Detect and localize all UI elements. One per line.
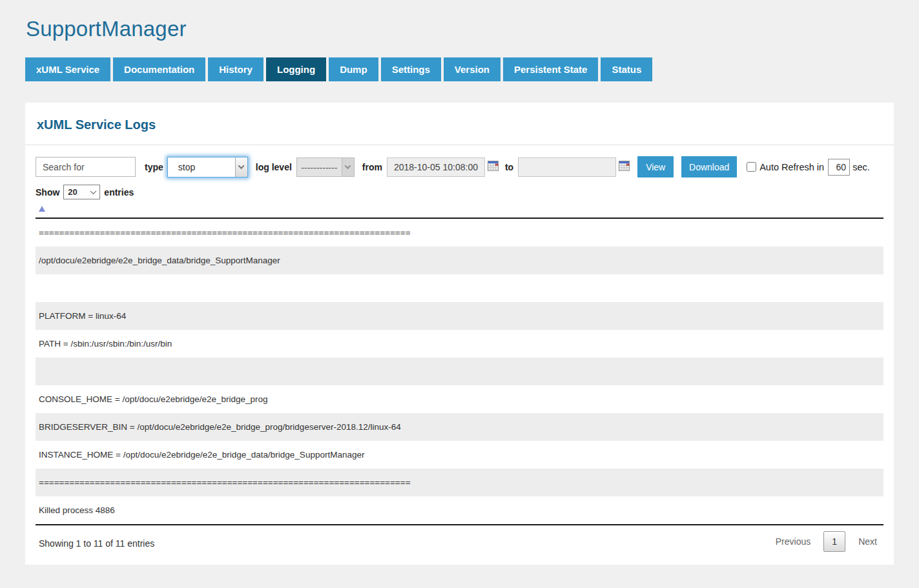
log-level-select[interactable]: ------------ [296, 157, 355, 177]
tab-dump[interactable]: Dump [329, 57, 378, 81]
entries-select-value: 20 [64, 185, 87, 199]
table-row: CONSOLE_HOME = /opt/docu/e2ebridge/e2e_b… [36, 385, 883, 413]
tab-version[interactable]: Version [444, 57, 501, 81]
auto-refresh-group: Auto Refresh in sec. [747, 159, 874, 176]
filter-toolbar: type stop log level ------------ from to [25, 145, 894, 177]
from-calendar-button[interactable] [488, 161, 499, 173]
page-title: SupportManager [26, 17, 919, 41]
sort-header[interactable] [36, 199, 883, 219]
table-row: PATH = /sbin:/usr/sbin:/bin:/usr/bin [36, 330, 883, 358]
table-row: /opt/docu/e2ebridge/e2e_bridge_data/brid… [36, 247, 883, 274]
pagination: Previous 1 Next [769, 531, 883, 552]
table-row: BRIDGESERVER_BIN = /opt/docu/e2ebridge/e… [36, 413, 883, 441]
panel-heading: xUML Service Logs [37, 117, 883, 132]
tab-settings[interactable]: Settings [381, 57, 441, 81]
tab-persistent-state[interactable]: Persistent State [503, 57, 598, 81]
entries-label: entries [104, 187, 134, 198]
chevron-down-icon [87, 185, 99, 199]
auto-refresh-unit: sec. [852, 162, 870, 172]
view-button[interactable]: View [637, 156, 674, 177]
search-input[interactable] [36, 157, 136, 177]
tab-history[interactable]: History [208, 57, 263, 81]
table-row: ========================================… [36, 219, 883, 247]
auto-refresh-seconds-input[interactable] [828, 159, 850, 176]
sort-ascending-icon [39, 206, 45, 212]
to-label: to [505, 162, 513, 172]
calendar-icon [619, 161, 630, 173]
tab-status[interactable]: Status [601, 57, 652, 81]
table-row: PLATFORM = linux-64 [36, 302, 883, 330]
type-label: type [145, 162, 163, 172]
tab-logging[interactable]: Logging [266, 57, 326, 81]
from-label: from [362, 162, 382, 172]
table-row: Killed process 4886 [36, 496, 883, 524]
table-row: INSTANCE_HOME = /opt/docu/e2ebridge/e2e_… [36, 441, 883, 469]
calendar-icon [488, 161, 499, 173]
previous-page-button[interactable]: Previous [769, 531, 817, 552]
next-page-button[interactable]: Next [852, 531, 883, 552]
current-page-button[interactable]: 1 [823, 531, 845, 552]
logs-panel: xUML Service Logs type stop log level --… [25, 103, 894, 565]
type-select[interactable]: stop [167, 157, 248, 177]
panel-header: xUML Service Logs [25, 103, 894, 145]
table-row [36, 274, 883, 302]
log-table: ========================================… [36, 199, 883, 524]
table-row [36, 358, 883, 385]
log-level-select-value: ------------ [297, 158, 342, 176]
type-select-value: stop [168, 157, 235, 177]
length-menu: Show 20 entries [25, 177, 894, 199]
auto-refresh-checkbox[interactable] [747, 162, 756, 172]
tab-documentation[interactable]: Documentation [113, 57, 205, 81]
log-level-label: log level [256, 162, 292, 172]
tab-bar: xUML ServiceDocumentationHistoryLoggingD… [25, 57, 919, 81]
from-date-input[interactable] [387, 157, 485, 177]
to-date-input[interactable] [518, 157, 616, 177]
download-button[interactable]: Download [681, 156, 737, 177]
auto-refresh-label: Auto Refresh in [759, 162, 824, 172]
show-label: Show [36, 187, 59, 198]
tab-xuml-service[interactable]: xUML Service [25, 57, 110, 81]
table-info: Showing 1 to 11 of 11 entries [39, 535, 154, 549]
table-footer: Showing 1 to 11 of 11 entries Previous 1… [36, 524, 883, 565]
chevron-down-icon [342, 158, 354, 176]
chevron-down-icon [235, 157, 247, 177]
entries-select[interactable]: 20 [63, 185, 100, 199]
table-row: ========================================… [36, 469, 883, 496]
log-rows: ========================================… [36, 219, 883, 524]
to-calendar-button[interactable] [619, 161, 630, 173]
